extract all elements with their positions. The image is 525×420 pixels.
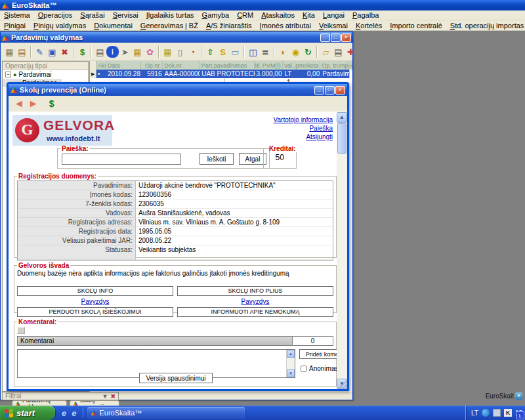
toolbar-copy-icon[interactable]: ▣ bbox=[46, 46, 58, 58]
toolbar-print-icon[interactable]: ▤ bbox=[94, 46, 106, 58]
toolbar-note-icon[interactable]: ▱ bbox=[320, 46, 332, 58]
textarea-scrollbar[interactable]: ▲ ▼ bbox=[286, 350, 295, 377]
language-indicator[interactable]: LT bbox=[471, 410, 478, 417]
resize-grip[interactable] bbox=[339, 381, 346, 388]
anonymous-checkbox[interactable] bbox=[301, 366, 307, 372]
menu2-pinigai[interactable]: Pinigai bbox=[0, 22, 30, 30]
user-info-link[interactable]: Vartotojo informacija bbox=[274, 116, 333, 123]
menu2-veiksmai[interactable]: Veiksmai bbox=[315, 22, 352, 30]
col-partner[interactable]: Part.pavadinimas bbox=[200, 61, 255, 70]
dialog-scrollbar[interactable]: ▲ ▼ bbox=[337, 112, 347, 389]
menu-sarasai[interactable]: Sąrašai bbox=[76, 11, 108, 19]
toolbar-layers-icon[interactable]: S bbox=[217, 46, 229, 58]
comments-header[interactable]: Komentarai 0 bbox=[17, 336, 333, 346]
nav-forward-icon[interactable]: ► bbox=[28, 98, 39, 109]
col-data[interactable]: Data bbox=[106, 61, 142, 70]
comments-tool-icon[interactable] bbox=[17, 327, 25, 334]
maximize-button[interactable]: □ bbox=[325, 86, 335, 94]
toolbar-delete-icon[interactable]: ✖ bbox=[58, 46, 71, 58]
report-insolvency-button[interactable]: INFORMUOTI APIE NEMOKUMĄ bbox=[177, 307, 333, 317]
menu2-dokumentai[interactable]: Dokumentai bbox=[90, 22, 136, 30]
toolbar-edit-icon[interactable]: ✎ bbox=[33, 46, 46, 58]
menu-sistema[interactable]: Sistema bbox=[0, 11, 34, 19]
filter-funnel-icon[interactable]: ▼ bbox=[102, 393, 108, 400]
scroll-down-icon[interactable]: ▼ bbox=[287, 369, 295, 377]
back-button[interactable]: Atgal bbox=[239, 153, 266, 165]
menu2-generavimas[interactable]: Generavimas į BŽ bbox=[136, 22, 202, 30]
col-opnr[interactable]: Op.nr. bbox=[141, 61, 163, 70]
ie-icon[interactable]: e bbox=[72, 408, 76, 418]
close-button[interactable]: × bbox=[335, 86, 345, 94]
tree-collapse-icon[interactable]: − bbox=[5, 72, 11, 77]
credits-icon[interactable]: $ bbox=[49, 98, 54, 109]
toolbar-document-icon[interactable]: ▯ bbox=[174, 46, 186, 58]
tree-item-pardavimai[interactable]: − ● Pardavimai bbox=[3, 70, 88, 79]
menu2-korteles[interactable]: Kortelės bbox=[352, 22, 386, 30]
menu2-std-importas[interactable]: Std. operacijų importas bbox=[446, 22, 525, 30]
example-link[interactable]: Pavyzdys bbox=[242, 298, 270, 305]
minimize-button[interactable]: _ bbox=[314, 86, 324, 94]
print-version-button[interactable]: Versija spausdinimui bbox=[139, 373, 213, 383]
toolbar-flower-icon[interactable]: ✿ bbox=[144, 46, 156, 58]
minimize-button[interactable]: _ bbox=[320, 33, 330, 42]
scroll-up-icon[interactable]: ▲ bbox=[337, 112, 347, 123]
logout-link[interactable]: Atsijungti bbox=[306, 133, 333, 140]
toolbar-tools-icon[interactable]: ✚ bbox=[345, 46, 357, 58]
menu-ataskaitos[interactable]: Ataskaitos bbox=[257, 11, 299, 19]
col-akc[interactable]: Akc.? bbox=[96, 61, 106, 70]
menu2-importo-centrale[interactable]: Importo centralė bbox=[386, 22, 446, 30]
scroll-up-icon[interactable]: ▲ bbox=[287, 350, 295, 358]
toolbar-cards-icon[interactable]: ▤ bbox=[16, 46, 28, 58]
toolbar-calendar-icon[interactable]: ▦ bbox=[131, 46, 144, 58]
toolbar-pointer-icon[interactable]: ◗ bbox=[277, 46, 289, 58]
menu-gamyba[interactable]: Gamyba bbox=[198, 11, 234, 19]
toolbar-calculator-icon[interactable]: ◫ bbox=[247, 46, 259, 58]
tray-app-icon[interactable] bbox=[482, 409, 490, 417]
menu-langai[interactable]: Langai bbox=[319, 11, 348, 19]
menu-crm[interactable]: CRM bbox=[233, 11, 257, 19]
search-button[interactable]: Ieškoti bbox=[200, 153, 234, 165]
toolbar-schedule-icon[interactable]: ▦ bbox=[161, 46, 174, 58]
menu-servisai[interactable]: Servisai bbox=[109, 11, 142, 19]
transfer-debt-button[interactable]: PERDUOTI SKOLĄ IŠIEŠKOJIMUI bbox=[17, 307, 173, 317]
tray-k-icon[interactable]: K bbox=[504, 409, 512, 417]
toolbar-grid-icon[interactable]: ≣ bbox=[259, 46, 272, 58]
col-doknr[interactable]: Dok.nr. bbox=[163, 61, 200, 70]
debt-info-button[interactable]: SKOLŲ INFO bbox=[17, 286, 173, 296]
start-button[interactable]: start bbox=[0, 406, 55, 420]
col-currency[interactable]: Val. bbox=[283, 61, 295, 70]
toolbar-refresh-icon[interactable]: ↻ bbox=[302, 46, 314, 58]
toolbar-form-icon[interactable]: ▦ bbox=[3, 46, 16, 58]
ie-icon[interactable]: e bbox=[62, 408, 66, 418]
debt-info-plus-button[interactable]: SKOLŲ INFO PLIUS bbox=[177, 286, 333, 296]
toolbar-print2-icon[interactable]: ▤ bbox=[332, 46, 345, 58]
menu2-as-ziniarastis[interactable]: A/S žiniaraštis bbox=[202, 22, 256, 30]
menu-operacijos[interactable]: Operacijos bbox=[34, 11, 77, 19]
menu-pagalba[interactable]: Pagalba bbox=[348, 11, 383, 19]
mdi-status-dropdown-icon[interactable]: ▾ bbox=[515, 392, 522, 400]
col-paid[interactable]: Apmokėta bbox=[295, 61, 321, 70]
keyboard-layout-icon[interactable]: L bbox=[516, 411, 524, 419]
filter-clear-icon[interactable]: ✖ bbox=[110, 393, 116, 400]
menu2-imones-atributai[interactable]: Įmonės atributai bbox=[256, 22, 315, 30]
nav-back-icon[interactable]: ◄ bbox=[14, 98, 24, 109]
col-bepvm[interactable]: BE PVM(I) bbox=[255, 61, 283, 70]
toolbar-import-icon[interactable]: ⇧ bbox=[204, 46, 217, 58]
toolbar-coins-icon[interactable]: ◉ bbox=[289, 46, 302, 58]
toolbar-delivery-icon[interactable]: ➤ bbox=[119, 46, 131, 58]
col-counter[interactable]: ☼ bbox=[348, 61, 352, 70]
col-opshort[interactable]: Op. trumpa bbox=[320, 61, 348, 70]
maximize-button[interactable]: □ bbox=[331, 33, 341, 42]
tray-window-icon[interactable] bbox=[493, 409, 501, 417]
search-link[interactable]: Paieška bbox=[309, 125, 333, 132]
scrollbar-thumb[interactable] bbox=[337, 123, 346, 154]
menu-kita[interactable]: Kita bbox=[299, 11, 319, 19]
menu-ilgalaikis-turtas[interactable]: Ilgalaikis turtas bbox=[142, 11, 198, 19]
menu2-pinigu-valdymas[interactable]: Pinigų valdymas bbox=[30, 22, 90, 30]
toolbar-money-icon[interactable]: $ bbox=[76, 46, 89, 58]
example-link[interactable]: Pavyzdys bbox=[81, 298, 110, 305]
toolbar-info-icon[interactable]: i bbox=[106, 46, 119, 58]
close-button[interactable]: × bbox=[341, 33, 351, 42]
table-row[interactable]: ▶ • 2010.09.28 5916 AAA-0000001 UAB PROT… bbox=[90, 70, 352, 78]
toolbar-window-icon[interactable]: ▭ bbox=[229, 46, 242, 58]
